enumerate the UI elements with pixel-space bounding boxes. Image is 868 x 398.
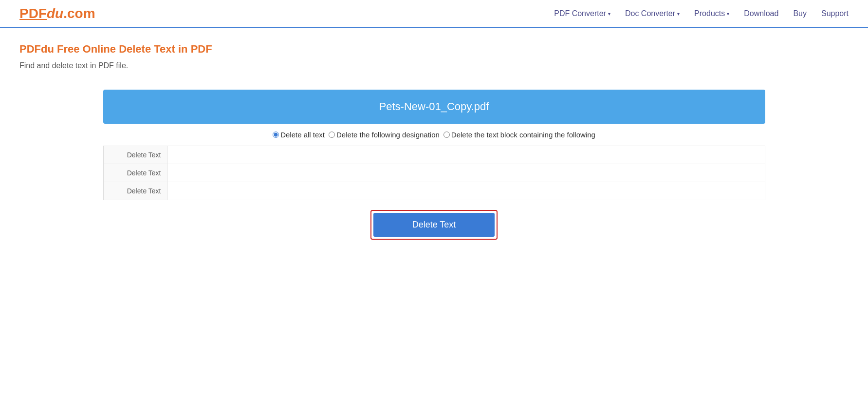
option-delete-block-radio[interactable] bbox=[443, 132, 450, 138]
nav-download-label: Download bbox=[744, 9, 778, 18]
pdf-converter-arrow-icon: ▾ bbox=[608, 11, 610, 17]
nav-download[interactable]: Download bbox=[744, 9, 778, 18]
upload-button[interactable]: Pets-New-01_Copy.pdf bbox=[103, 90, 765, 124]
header: PDFdu.com PDF Converter ▾ Doc Converter … bbox=[0, 0, 868, 28]
form-label-2: Delete Text bbox=[104, 164, 167, 182]
products-arrow-icon: ▾ bbox=[727, 11, 729, 17]
delete-text-button[interactable]: Delete Text bbox=[373, 213, 495, 237]
option-delete-designation[interactable]: Delete the following designation bbox=[329, 131, 440, 139]
option-delete-designation-label: Delete the following designation bbox=[336, 131, 440, 139]
form-section: Delete Text Delete Text Delete Text bbox=[103, 146, 765, 200]
delete-text-input-1[interactable] bbox=[167, 146, 765, 164]
main-content: PDFdu Free Online Delete Text in PDF Fin… bbox=[0, 28, 868, 254]
delete-text-input-3[interactable] bbox=[167, 182, 765, 200]
option-delete-block[interactable]: Delete the text block containing the fol… bbox=[443, 131, 595, 139]
nav-products[interactable]: Products ▾ bbox=[694, 9, 729, 18]
options-row: Delete all text Delete the following des… bbox=[103, 124, 765, 146]
option-delete-all-label: Delete all text bbox=[280, 131, 325, 139]
option-delete-all[interactable]: Delete all text bbox=[273, 131, 325, 139]
form-label-1: Delete Text bbox=[104, 146, 167, 164]
page-subtitle: Find and delete text in PDF file. bbox=[19, 61, 849, 70]
logo-pdf: PDF bbox=[19, 6, 47, 21]
nav-doc-converter-label: Doc Converter bbox=[625, 9, 675, 18]
nav-buy[interactable]: Buy bbox=[793, 9, 807, 18]
option-delete-block-label: Delete the text block containing the fol… bbox=[451, 131, 595, 139]
form-label-3: Delete Text bbox=[104, 182, 167, 200]
logo-com: .com bbox=[63, 6, 95, 21]
doc-converter-arrow-icon: ▾ bbox=[677, 11, 680, 17]
main-nav: PDF Converter ▾ Doc Converter ▾ Products… bbox=[554, 9, 849, 18]
option-delete-designation-radio[interactable] bbox=[329, 132, 335, 138]
nav-products-label: Products bbox=[694, 9, 725, 18]
upload-section: Pets-New-01_Copy.pdf Delete all text Del… bbox=[103, 90, 765, 240]
btn-section: Delete Text bbox=[103, 210, 765, 240]
logo-du: du bbox=[47, 6, 63, 21]
nav-pdf-converter[interactable]: PDF Converter ▾ bbox=[554, 9, 610, 18]
delete-text-input-2[interactable] bbox=[167, 164, 765, 182]
form-row-1: Delete Text bbox=[104, 146, 765, 164]
nav-support[interactable]: Support bbox=[821, 9, 849, 18]
nav-pdf-converter-label: PDF Converter bbox=[554, 9, 606, 18]
page-title: PDFdu Free Online Delete Text in PDF bbox=[19, 43, 849, 56]
form-row-3: Delete Text bbox=[104, 182, 765, 200]
delete-btn-wrapper: Delete Text bbox=[370, 210, 498, 240]
logo[interactable]: PDFdu.com bbox=[19, 6, 95, 21]
form-row-2: Delete Text bbox=[104, 164, 765, 182]
nav-buy-label: Buy bbox=[793, 9, 807, 18]
nav-support-label: Support bbox=[821, 9, 849, 18]
option-delete-all-radio[interactable] bbox=[273, 132, 279, 138]
nav-doc-converter[interactable]: Doc Converter ▾ bbox=[625, 9, 680, 18]
